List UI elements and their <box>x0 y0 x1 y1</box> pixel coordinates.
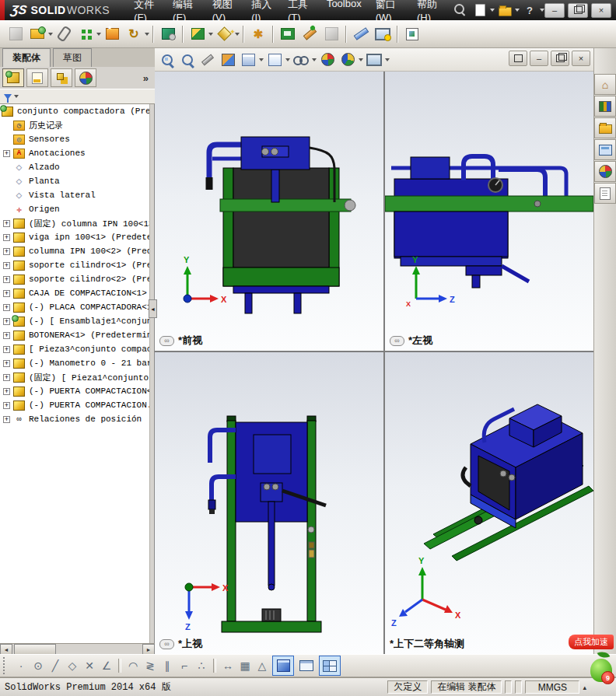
units-selector[interactable]: MMGS <box>525 680 579 694</box>
home-icon[interactable]: ⌂ <box>594 74 616 95</box>
new-document-icon[interactable] <box>472 3 488 17</box>
sketch-tool-icon[interactable]: ⊙ <box>30 657 47 674</box>
tree-expander[interactable]: + <box>3 304 10 311</box>
tree-expander[interactable]: + <box>3 332 10 339</box>
previous-view-icon[interactable] <box>198 51 217 69</box>
sketch-tool-icon[interactable]: ∠ <box>98 657 115 674</box>
property-manager-tab[interactable] <box>26 68 48 87</box>
restore-button[interactable] <box>568 3 588 18</box>
sketch-tool-icon[interactable]: ◠ <box>124 657 142 674</box>
sketch-tool-icon[interactable]: ≷ <box>142 657 159 674</box>
tree-item[interactable]: + columna IPN 100<2> (Predet <box>0 244 149 258</box>
command-tab[interactable]: 装配体 <box>2 48 51 67</box>
tree-item[interactable]: + (-) PUERTA COMPACTACION.. <box>0 398 149 412</box>
sketch-tool-icon[interactable]: ✕ <box>81 657 98 674</box>
tree-item[interactable]: ◎ Sensores <box>0 132 149 146</box>
sketch-tool-icon[interactable] <box>213 659 216 673</box>
tree-item[interactable]: + BOTONERA<1> (Predeterminad <box>0 328 149 342</box>
scroll-right-arrow[interactable]: ► <box>142 644 155 655</box>
appearance-image-icon[interactable] <box>402 24 422 44</box>
apply-scene-icon[interactable] <box>338 51 357 69</box>
single-viewport-button[interactable] <box>296 656 317 676</box>
tree-item[interactable]: + (-) [ Ensamblaje1^conjunto <box>0 314 149 328</box>
rotate-component-icon[interactable]: ↻ <box>124 24 144 44</box>
sketch-tool-icon[interactable]: ∴ <box>193 657 210 674</box>
tree-item[interactable]: + CAJA DE COMPACTACION<1> (P <box>0 286 149 300</box>
scroll-thumb[interactable] <box>14 644 56 655</box>
tree-item[interactable]: + (固定) columna IPN 100<1> <box>0 216 149 230</box>
tree-item[interactable]: + (-) Manometro 0 - 21 bar 1 <box>0 356 149 370</box>
rotate-dropdown[interactable] <box>145 33 149 36</box>
viewport-top[interactable]: X Z ∞ *上视 <box>155 352 383 654</box>
tree-item[interactable]: conjunto compactadora (Prede <box>0 104 149 118</box>
configuration-manager-tab[interactable] <box>51 68 72 87</box>
motion-study-icon[interactable]: ✱ <box>248 24 268 44</box>
zoom-fit-icon[interactable] <box>158 51 177 69</box>
design-library-icon[interactable] <box>594 96 616 117</box>
tree-expander[interactable]: + <box>3 234 10 241</box>
tree-expander[interactable]: + <box>3 388 10 395</box>
sketch-tool-icon[interactable]: ▦ <box>236 657 254 674</box>
sketch-tool-icon[interactable]: ◇ <box>64 657 81 674</box>
sketch-tool-icon[interactable]: ↔ <box>219 657 236 674</box>
view-orientation-icon[interactable] <box>239 51 257 69</box>
appearances-icon[interactable] <box>594 161 616 182</box>
menu-search-icon[interactable] <box>454 3 464 17</box>
reference-geometry-icon[interactable] <box>214 24 234 44</box>
sketch-tool-icon[interactable]: ∥ <box>159 657 176 674</box>
open-document-icon[interactable] <box>497 3 513 17</box>
tree-item[interactable]: ◇ Alzado <box>0 160 149 174</box>
tree-expander[interactable]: + <box>3 346 10 353</box>
new-document-dropdown[interactable] <box>490 9 495 12</box>
tree-expander[interactable]: + <box>3 374 10 381</box>
edit-appearance-icon[interactable] <box>318 51 337 69</box>
tree-expander[interactable]: + <box>3 360 10 367</box>
tree-item[interactable]: ✛ Origen <box>0 202 149 216</box>
tree-item[interactable]: + soporte cilindro<1> (Prede <box>0 258 149 272</box>
doc-icon-button[interactable] <box>509 51 527 66</box>
view-orientation-dropdown[interactable] <box>259 58 264 61</box>
command-tab[interactable]: 草图 <box>53 48 92 67</box>
expand-chevron[interactable]: » <box>143 72 149 84</box>
custom-properties-icon[interactable] <box>594 183 616 204</box>
display-manager-tab[interactable] <box>75 68 96 87</box>
doc-restore-button[interactable] <box>551 51 569 66</box>
hide-show-dropdown[interactable] <box>312 58 317 61</box>
tree-item[interactable]: + viga ipn 100<1> (Predeterm <box>0 230 149 244</box>
sketch-tool-icon[interactable]: ⌐ <box>176 657 193 674</box>
tree-item[interactable]: + A Anotaciones <box>0 146 149 160</box>
tree-expander[interactable]: + <box>3 290 10 297</box>
tree-expander[interactable]: + <box>3 276 10 283</box>
mate-icon[interactable] <box>75 24 96 44</box>
viewport-front[interactable]: Y X ∞ *前视 <box>155 72 383 351</box>
tree-expander[interactable]: + <box>3 150 10 157</box>
tree-item[interactable]: + (-) PLACA COMPACTADORA<1> <box>0 300 149 314</box>
statusbar-expand-icon[interactable]: ▴ <box>583 684 586 691</box>
insert-component-icon[interactable] <box>5 24 26 44</box>
view-palette-icon[interactable] <box>594 139 616 160</box>
shaded-view-button[interactable] <box>272 656 294 676</box>
assembly-tools-icon[interactable] <box>299 24 320 44</box>
doc-close-button[interactable]: × <box>572 51 590 66</box>
smart-fasteners-icon[interactable] <box>187 24 208 44</box>
close-button[interactable]: × <box>591 3 611 18</box>
sketch-tool-icon[interactable] <box>118 659 121 673</box>
exploded-view-icon[interactable] <box>278 24 298 44</box>
doc-minimize-button[interactable]: – <box>530 51 548 66</box>
sketch-tool-icon[interactable]: · <box>12 657 30 674</box>
help-icon[interactable]: ? <box>522 3 537 17</box>
filter-dropdown[interactable] <box>14 95 19 98</box>
feature-manager-tab[interactable] <box>2 68 24 87</box>
file-explorer-icon[interactable] <box>594 117 616 138</box>
measure-icon[interactable] <box>351 24 371 44</box>
new-component-icon[interactable] <box>102 24 122 44</box>
display-style-dropdown[interactable] <box>285 58 290 61</box>
mascot-overlay[interactable]: 9 <box>588 649 614 688</box>
tree-expander[interactable]: + <box>3 220 10 227</box>
mate-dropdown[interactable] <box>96 33 101 36</box>
speedup-badge[interactable]: 点我加速 <box>569 635 614 649</box>
tree-item[interactable]: + soporte cilindro<2> (Prede <box>0 272 149 286</box>
tree-item[interactable]: + (-) PUERTA COMPACTACION<1> <box>0 384 149 398</box>
tree-expander[interactable]: + <box>3 318 10 325</box>
four-viewport-button[interactable] <box>319 656 341 676</box>
